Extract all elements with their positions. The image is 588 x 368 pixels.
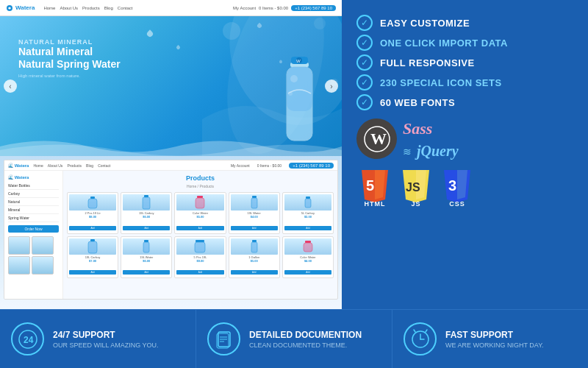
svg-text:24: 24: [24, 335, 34, 345]
svg-rect-31: [252, 240, 257, 242]
feature-web-fonts: ✓ 60 WEB FONTS: [356, 94, 573, 110]
product-item: 5 Pcs 19L $9.00 Add: [174, 236, 226, 278]
product-item: 2 Pcs 19 Ltr $8.00 Add: [67, 192, 118, 234]
documentation-item: DETAILED DOCUMENTION CLEAN DOCUMENTED TH…: [196, 310, 392, 368]
sass-jquery-area: Sass ≋ jQuery: [403, 118, 459, 160]
preview-nav: Watera Home About Us Products Blog Conta…: [0, 0, 342, 16]
feature-one-click-import: ✓ ONE CLICK IMPORT DATA: [356, 35, 573, 51]
water-droplet: [146, 29, 154, 38]
svg-line-57: [414, 330, 415, 332]
products-page-title: Products: [67, 174, 334, 182]
svg-rect-25: [90, 239, 95, 241]
svg-rect-22: [251, 198, 257, 208]
sass-logo: Sass: [403, 119, 432, 138]
tech-area: W Sass ≋ jQuery: [356, 118, 573, 160]
check-icon: ✓: [356, 15, 373, 31]
product-sidebar: 🌊 Watera Water Bottles Carboy Natural Mi…: [4, 171, 63, 300]
feature-label: 60 WEB FONTS: [380, 97, 455, 108]
wordpress-icon: W: [356, 118, 397, 159]
svg-point-10: [290, 75, 298, 82]
product-page-preview: 🌊 Watera Home About Us Products Blog Con…: [4, 160, 338, 300]
support-text: 24/7 SUPPORT OUR SPEED WILL AMAZING YOU.: [53, 330, 159, 349]
hero-text-block: Natural Mineral Natural Mineral Natural …: [18, 38, 121, 78]
svg-rect-27: [144, 240, 148, 242]
water-droplet: [176, 45, 181, 50]
feature-full-responsive: ✓ FULL RESPONSIVE: [356, 54, 573, 71]
html5-badge: 5 HTML: [356, 167, 393, 208]
svg-rect-9: [287, 67, 312, 111]
svg-rect-24: [305, 199, 311, 208]
support-title: 24/7 SUPPORT: [53, 330, 159, 340]
docs-title: DETAILED DOCUMENTION: [249, 330, 362, 340]
svg-point-3: [223, 22, 240, 40]
feature-label: EASY CUSTOMIZE: [380, 18, 470, 29]
svg-rect-26: [88, 241, 97, 253]
fast-support-item: FAST SUPPORT WE ARE WORKING NIGHT DAY.: [392, 310, 588, 368]
svg-rect-29: [196, 240, 204, 242]
svg-rect-33: [305, 241, 311, 243]
svg-rect-34: [304, 243, 312, 252]
svg-text:W: W: [370, 130, 387, 148]
fast-support-sub: WE ARE WORKING NIGHT DAY.: [445, 342, 544, 349]
svg-text:JS: JS: [406, 181, 420, 194]
js-badge: JS JS: [398, 167, 434, 208]
docs-text: DETAILED DOCUMENTION CLEAN DOCUMENTED TH…: [249, 330, 362, 349]
svg-rect-21: [252, 196, 257, 198]
sidebar-mini-nav: Water Bottles Carboy Natural Mineral Spr…: [8, 182, 59, 222]
support-icon: 24: [11, 322, 44, 355]
check-icon: ✓: [356, 94, 373, 110]
product-item: Color Water $4.00 Add: [282, 236, 334, 278]
svg-point-11: [288, 91, 293, 96]
hero-section: Natural Mineral Natural Mineral Natural …: [0, 16, 342, 156]
svg-rect-32: [251, 242, 257, 252]
product-item: 19L Carboy $7.00 Add: [67, 236, 118, 278]
svg-rect-16: [88, 199, 97, 208]
hero-subtitle: Natural Mineral: [18, 38, 121, 46]
svg-text:5: 5: [366, 177, 374, 194]
preview-nav-links: Home About Us Products Blog Contact: [43, 6, 132, 10]
feature-label: ONE CLICK IMPORT DATA: [380, 38, 508, 49]
support-item: 24 24/7 SUPPORT OUR SPEED WILL AMAZING Y…: [0, 310, 196, 368]
svg-rect-23: [306, 197, 310, 199]
preview-cart: My Account 0 Items - $0.00 +1 (234) 567 …: [233, 5, 336, 11]
products-breadcrumb: Home / Products: [67, 184, 334, 188]
svg-rect-30: [195, 242, 205, 252]
product-item: 1 Gallon $5.00 Add: [229, 236, 280, 278]
check-icon: ✓: [356, 74, 373, 91]
svg-rect-20: [196, 198, 204, 208]
hero-title2: Natural Spring Water: [18, 58, 121, 71]
check-icon: ✓: [356, 35, 373, 51]
docs-icon: [207, 322, 240, 355]
hero-prev-arrow[interactable]: ‹: [4, 79, 17, 93]
product-grid: 2 Pcs 19 Ltr $8.00 Add 19L Carboy $6.00 …: [67, 192, 334, 278]
check-icon: ✓: [356, 54, 373, 71]
svg-rect-15: [90, 197, 95, 199]
jquery-wave-icon: ≋: [403, 146, 412, 158]
product-main: Products Home / Products 2 Pcs 19 Ltr $8…: [63, 171, 337, 300]
svg-rect-17: [144, 195, 148, 197]
product-item: Color Water $5.00 Add: [174, 192, 226, 234]
svg-text:W: W: [296, 59, 301, 63]
features-panel: ✓ EASY CUSTOMIZE ✓ ONE CLICK IMPORT DATA…: [342, 0, 588, 309]
svg-rect-28: [143, 242, 149, 252]
water-bottle: W: [279, 57, 320, 152]
feature-label: FULL RESPONSIVE: [380, 57, 475, 68]
bottom-bar: 24 24/7 SUPPORT OUR SPEED WILL AMAZING Y…: [0, 309, 588, 368]
product-item: 19L Water $4.00 Add: [229, 192, 280, 234]
fast-support-text: FAST SUPPORT WE ARE WORKING NIGHT DAY.: [445, 330, 544, 349]
preview-logo: Watera: [6, 4, 35, 12]
wordpress-logo: W: [356, 118, 397, 159]
svg-rect-18: [143, 197, 150, 209]
svg-line-58: [426, 330, 427, 332]
sass-jquery-row: Sass: [403, 119, 459, 138]
hero-next-arrow[interactable]: ›: [325, 79, 338, 93]
website-preview: Watera Home About Us Products Blog Conta…: [0, 0, 342, 309]
hero-title1: Natural Mineral: [18, 46, 121, 58]
svg-text:3: 3: [448, 177, 456, 194]
css3-badge: 3 CSS: [439, 167, 476, 208]
product-item: 5L Carboy $3.00 Add: [282, 192, 334, 234]
svg-point-4: [314, 18, 326, 29]
jquery-logo: jQuery: [417, 143, 459, 160]
docs-sub: CLEAN DOCUMENTED THEME.: [249, 342, 362, 349]
tech-badges-row: 5 HTML JS JS 3 CSS: [356, 167, 573, 208]
